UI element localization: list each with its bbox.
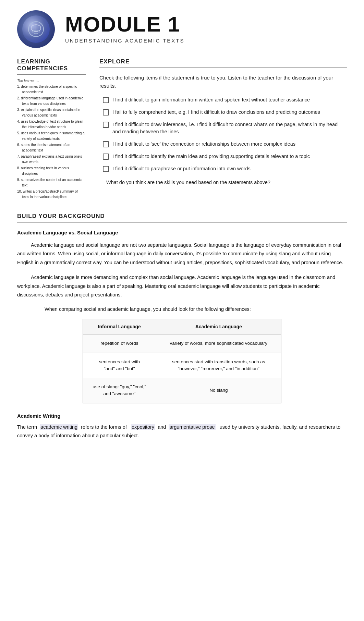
logo-icon [27, 21, 45, 38]
lc-item: 9. summarizes the content of an academic… [17, 177, 86, 188]
checkbox-6[interactable] [103, 166, 109, 172]
module-subtitle: UNDERSTANDING ACADEMIC TEXTS [65, 38, 184, 44]
explore-question: What do you think are the skills you nee… [106, 179, 347, 186]
academic-writing-subtitle: Academic Writing [17, 413, 347, 419]
lc-item: 6. states the thesis statement of an aca… [17, 142, 86, 153]
checklist-item: I find it difficult to gain information … [103, 96, 347, 104]
lc-list: 1. determines the structure of a specifi… [17, 84, 86, 199]
build-your-background-section: BUILD YOUR BACKGROUND Academic Language … [17, 213, 347, 440]
table-cell-academic-2: sentences start with transition words, s… [156, 353, 281, 378]
lc-item: 10. writes a précis/abstract/ summary of… [17, 189, 86, 199]
academic-writing-para: The term academic writing refers to the … [17, 423, 347, 440]
checkbox-2[interactable] [103, 109, 109, 115]
lc-intro: The learner … [17, 79, 86, 83]
header-text: MODULE 1 UNDERSTANDING ACADEMIC TEXTS [65, 10, 184, 44]
module-title: MODULE 1 [65, 14, 184, 35]
header: MODULE 1 UNDERSTANDING ACADEMIC TEXTS [17, 10, 347, 48]
table-header-row: Informal Language Academic Language [83, 319, 281, 334]
byb-para-1: Academic language and social language ar… [17, 241, 347, 267]
byb-para-2: Academic language is more demanding and … [17, 273, 347, 299]
explore-header: EXPLORE [99, 58, 347, 68]
checkbox-4[interactable] [103, 141, 109, 147]
table-cell-academic-1: variety of words, more sophisticated voc… [156, 334, 281, 353]
two-col-section: LEARNING COMPETENCIES The learner … 1. d… [17, 58, 347, 200]
explore-intro: Check the following items if the stateme… [99, 74, 347, 90]
table-row: sentences start withsentences start with… [83, 353, 281, 378]
lc-item: 1. determines the structure of a specifi… [17, 84, 86, 95]
page: MODULE 1 UNDERSTANDING ACADEMIC TEXTS LE… [0, 0, 364, 621]
lc-item: 4. uses knowledge of text structure to g… [17, 119, 86, 130]
logo-inner [22, 15, 50, 43]
checklist-item: I find it difficult to paraphrase or put… [103, 165, 347, 173]
checklist-item: I find it difficult to draw inferences, … [103, 121, 347, 136]
byb-subtitle: Academic Language vs. Social Language [17, 230, 347, 235]
table-cell-informal-3: use of slang: "guy," "cool," and "awesom… [83, 378, 156, 403]
checkbox-3[interactable] [103, 122, 109, 128]
comparison-table-wrap: Informal Language Academic Language repe… [17, 319, 347, 403]
table-col-academic-header: Academic Language [156, 319, 281, 334]
checklist-item: I find it difficult to 'see' the connect… [103, 141, 347, 148]
checklist-item: I fail to fully comprehend text, e.g. I … [103, 109, 347, 116]
checkbox-5[interactable] [103, 154, 109, 160]
lc-item: 7. paraphrases/ explains a text using on… [17, 154, 86, 165]
table-col-informal-header: Informal Language [83, 319, 156, 334]
byb-header: BUILD YOUR BACKGROUND [17, 213, 347, 223]
table-row: repetition of words variety of words, mo… [83, 334, 281, 353]
table-cell-informal-1: repetition of words [83, 334, 156, 353]
lc-item: 5. uses various techniques in summarizin… [17, 131, 86, 141]
learning-competencies-header: LEARNING COMPETENCIES [17, 58, 86, 75]
right-col: EXPLORE Check the following items if the… [93, 58, 347, 200]
checklist: I find it difficult to gain information … [103, 96, 347, 172]
checklist-item: I find it difficult to identify the main… [103, 153, 347, 160]
checkbox-1[interactable] [103, 97, 109, 103]
comparison-intro: When comparing social and academic langu… [45, 305, 347, 313]
lc-item: 3. explains the specific ideas contained… [17, 107, 86, 118]
table-cell-informal-2: sentences start withsentences start with… [83, 353, 156, 378]
table-row: use of slang: "guy," "cool," and "awesom… [83, 378, 281, 403]
logo [17, 10, 55, 48]
left-col: LEARNING COMPETENCIES The learner … 1. d… [17, 58, 93, 200]
lc-item: 8. outlines reading texts in various dis… [17, 166, 86, 176]
lc-item: 2. differentiates language used in acade… [17, 96, 86, 106]
table-cell-academic-3: No slang [156, 378, 281, 403]
comparison-table: Informal Language Academic Language repe… [83, 319, 281, 403]
